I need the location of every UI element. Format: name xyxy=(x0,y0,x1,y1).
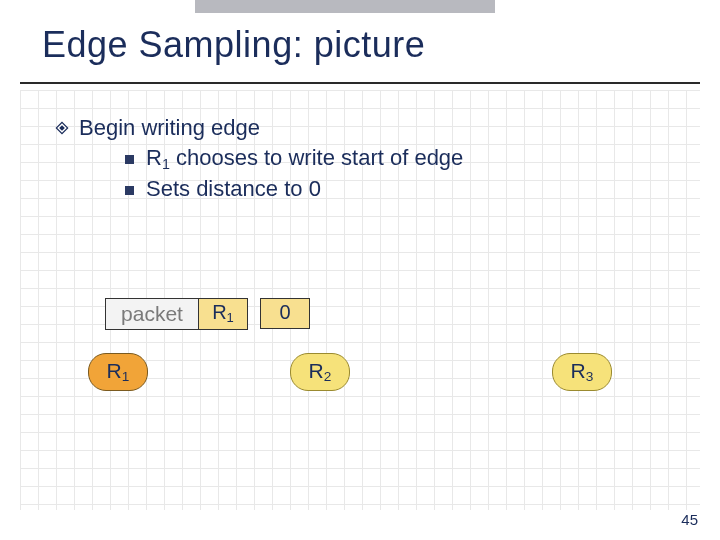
text-fragment: R xyxy=(107,359,122,382)
subscript: 3 xyxy=(586,369,594,384)
router-node-r1: R1 xyxy=(88,353,148,391)
subscript: 2 xyxy=(324,369,332,384)
text-fragment: R xyxy=(309,359,324,382)
router-node-r2: R2 xyxy=(290,353,350,391)
subscript: 1 xyxy=(227,310,234,325)
packet-distance-field: 0 xyxy=(260,298,310,329)
packet-label-box: packet xyxy=(105,298,199,330)
text-fragment: R xyxy=(212,301,226,323)
subscript: 1 xyxy=(122,369,130,384)
packet-start-field: R1 xyxy=(198,298,248,330)
page-number: 45 xyxy=(681,511,698,528)
diagram: packet R1 0 R1 R2 R3 xyxy=(0,0,720,540)
router-node-r3: R3 xyxy=(552,353,612,391)
text-fragment: R xyxy=(571,359,586,382)
